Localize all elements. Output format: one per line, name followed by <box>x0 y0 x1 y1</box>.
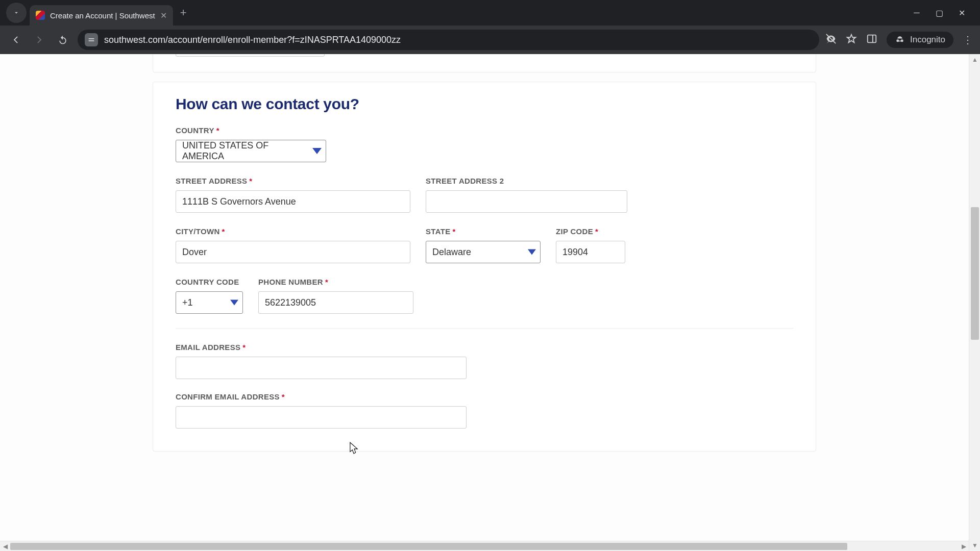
confirm-email-field[interactable] <box>176 406 467 429</box>
side-panel-icon[interactable] <box>866 33 877 46</box>
minimize-button[interactable]: ─ <box>913 9 921 17</box>
browser-titlebar: Create an Account | Southwest ✕ + ─ ▢ ✕ <box>0 0 980 26</box>
city-field[interactable]: Dover <box>176 241 410 263</box>
preferred-first-name-field[interactable] <box>176 54 325 57</box>
tab-search-button[interactable] <box>6 3 27 23</box>
country-select[interactable]: UNITED STATES OF AMERICA <box>176 140 326 162</box>
country-label: COUNTRY* <box>176 126 326 135</box>
site-info-icon[interactable] <box>85 33 98 46</box>
zip-field[interactable]: 19904 <box>556 241 625 263</box>
confirm-email-label: CONFIRM EMAIL ADDRESS* <box>176 392 467 401</box>
section-heading: How can we contact you? <box>176 95 793 113</box>
reload-button[interactable] <box>54 31 71 48</box>
maximize-button[interactable]: ▢ <box>935 9 943 17</box>
scroll-left-button[interactable]: ◀ <box>0 541 10 551</box>
chevron-down-icon <box>312 148 322 154</box>
browser-tab-active[interactable]: Create an Account | Southwest ✕ <box>30 5 173 26</box>
incognito-icon <box>895 35 905 45</box>
address-bar[interactable]: southwest.com/account/enroll/enroll-memb… <box>78 30 819 50</box>
country-code-select[interactable]: +1 <box>176 291 243 314</box>
country-code-value: +1 <box>182 297 193 308</box>
horizontal-scroll-thumb[interactable] <box>10 543 847 550</box>
page-viewport: A preferred first name may be provided f… <box>0 54 980 551</box>
state-value: Delaware <box>432 247 471 258</box>
scroll-right-button[interactable]: ▶ <box>959 541 969 551</box>
url-text: southwest.com/account/enroll/enroll-memb… <box>104 35 401 45</box>
phone-field[interactable]: 5622139005 <box>258 291 413 314</box>
vertical-scrollbar[interactable]: ▲ ▼ <box>969 54 980 551</box>
favicon-icon <box>36 11 45 20</box>
country-value: UNITED STATES OF AMERICA <box>182 140 310 162</box>
vertical-scroll-thumb[interactable] <box>971 207 979 340</box>
browser-toolbar: southwest.com/account/enroll/enroll-memb… <box>0 26 980 54</box>
bookmark-icon[interactable] <box>846 33 857 46</box>
new-tab-button[interactable]: + <box>173 6 194 19</box>
close-tab-icon[interactable]: ✕ <box>160 11 167 20</box>
state-label: STATE* <box>426 227 541 236</box>
street-address-2-field[interactable] <box>426 190 627 213</box>
window-controls: ─ ▢ ✕ <box>903 0 975 26</box>
svg-rect-0 <box>868 35 876 43</box>
incognito-indicator[interactable]: Incognito <box>887 32 953 48</box>
state-select[interactable]: Delaware <box>426 241 541 263</box>
chevron-down-icon <box>528 249 536 255</box>
phone-label: PHONE NUMBER* <box>258 278 413 286</box>
kebab-menu-icon[interactable]: ⋮ <box>963 34 973 46</box>
previous-section-card: A preferred first name may be provided f… <box>153 54 816 72</box>
chevron-down-icon <box>230 300 238 306</box>
incognito-label: Incognito <box>910 35 945 45</box>
tracking-off-icon[interactable] <box>825 33 837 46</box>
divider <box>176 328 793 329</box>
scroll-down-button[interactable]: ▼ <box>969 540 980 551</box>
email-field[interactable] <box>176 357 467 379</box>
forward-button[interactable] <box>31 31 48 48</box>
country-code-label: COUNTRY CODE <box>176 278 243 286</box>
contact-section-card: How can we contact you? COUNTRY* UNITED … <box>153 82 816 452</box>
email-label: EMAIL ADDRESS* <box>176 343 467 352</box>
scroll-up-button[interactable]: ▲ <box>969 54 980 65</box>
zip-label: ZIP CODE* <box>556 227 625 236</box>
horizontal-scrollbar[interactable]: ◀ ▶ <box>0 541 969 551</box>
street-address-label: STREET ADDRESS* <box>176 177 410 185</box>
street-address-field[interactable]: 1111B S Governors Avenue <box>176 190 410 213</box>
chevron-down-icon <box>13 9 20 16</box>
close-window-button[interactable]: ✕ <box>958 9 966 17</box>
tab-title: Create an Account | Southwest <box>50 11 155 20</box>
city-label: CITY/TOWN* <box>176 227 410 236</box>
street-address-2-label: STREET ADDRESS 2 <box>426 177 627 185</box>
back-button[interactable] <box>7 31 24 48</box>
